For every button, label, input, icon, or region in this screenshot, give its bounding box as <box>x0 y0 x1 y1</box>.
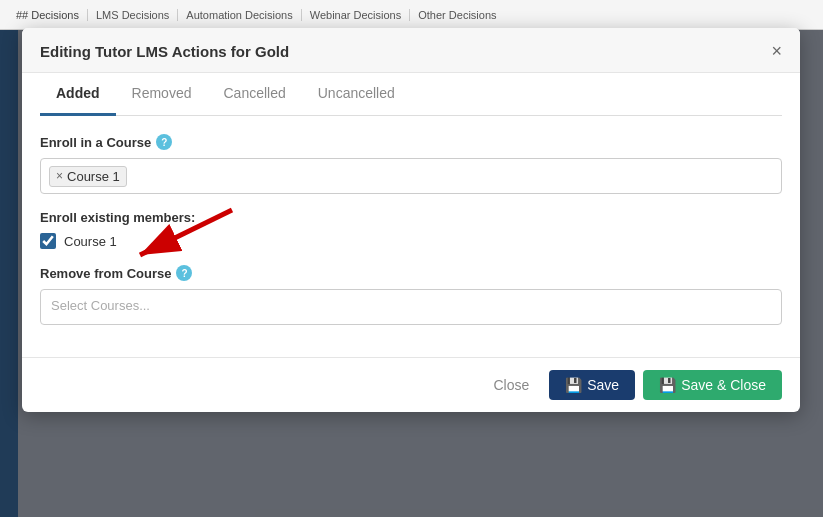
close-button[interactable]: Close <box>481 370 541 400</box>
tag-label: Course 1 <box>67 169 120 184</box>
bg-tab-1: ## Decisions <box>8 9 88 21</box>
course1-checkbox-row: Course 1 <box>40 233 782 249</box>
tag-remove-icon[interactable]: × <box>56 169 63 183</box>
tab-bar: Added Removed Cancelled Uncancelled <box>40 73 782 116</box>
bg-tab-3: Automation Decisions <box>178 9 301 21</box>
remove-course-input[interactable]: Select Courses... <box>40 289 782 325</box>
bg-tab-4: Webinar Decisions <box>302 9 411 21</box>
course1-checkbox[interactable] <box>40 233 56 249</box>
enroll-existing-section: Enroll existing members: Course 1 <box>40 210 782 249</box>
save-close-button[interactable]: 💾 Save & Close <box>643 370 782 400</box>
tab-added[interactable]: Added <box>40 73 116 116</box>
save-icon: 💾 <box>565 377 582 393</box>
tab-removed[interactable]: Removed <box>116 73 208 116</box>
save-close-label: Save & Close <box>681 377 766 393</box>
enroll-course-help-icon[interactable]: ? <box>156 134 172 150</box>
save-label: Save <box>587 377 619 393</box>
remove-course-help-icon[interactable]: ? <box>176 265 192 281</box>
bg-tab-5: Other Decisions <box>410 9 504 21</box>
bg-tab-2: LMS Decisions <box>88 9 178 21</box>
course1-checkbox-label: Course 1 <box>64 234 117 249</box>
modal-close-button[interactable]: × <box>771 42 782 60</box>
remove-course-label: Remove from Course ? <box>40 265 782 281</box>
save-button[interactable]: 💾 Save <box>549 370 635 400</box>
modal-header: Editing Tutor LMS Actions for Gold × <box>22 28 800 73</box>
svg-line-1 <box>140 210 232 255</box>
tab-uncancelled[interactable]: Uncancelled <box>302 73 411 116</box>
modal-footer: Close 💾 Save 💾 Save & Close <box>22 357 800 412</box>
enroll-course-input[interactable]: × Course 1 <box>40 158 782 194</box>
save-close-icon: 💾 <box>659 377 676 393</box>
course-tag: × Course 1 <box>49 166 127 187</box>
tab-cancelled[interactable]: Cancelled <box>207 73 301 116</box>
modal-body: Added Removed Cancelled Uncancelled Enro… <box>22 73 800 357</box>
modal-title: Editing Tutor LMS Actions for Gold <box>40 43 289 60</box>
enroll-course-section: Enroll in a Course ? × Course 1 <box>40 134 782 194</box>
enroll-course-label: Enroll in a Course ? <box>40 134 782 150</box>
red-arrow <box>122 205 242 265</box>
remove-course-section: Remove from Course ? Select Courses... <box>40 265 782 325</box>
